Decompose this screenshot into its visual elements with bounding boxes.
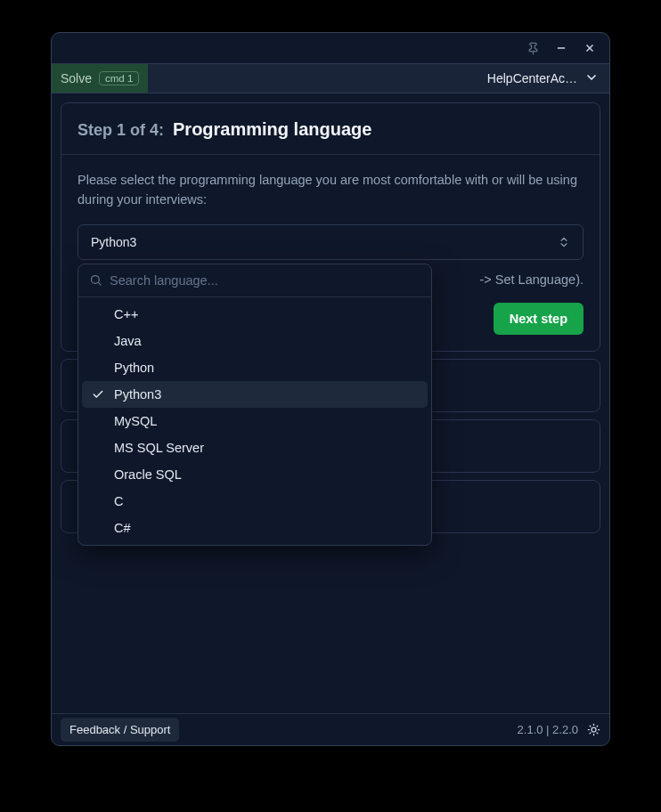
chevron-down-icon [584, 70, 599, 87]
main-content: Step 1 of 4: Programming language Please… [52, 93, 609, 713]
step-body: Please select the programming language y… [61, 155, 600, 351]
step-title: Programming language [173, 119, 371, 140]
step-header: Step 1 of 4: Programming language [61, 103, 600, 155]
language-select-wrap: Python3 C++JavaPythonPython3MySQLMS [78, 224, 583, 260]
language-option-label: MySQL [114, 414, 157, 428]
language-option-label: Oracle SQL [114, 467, 182, 482]
footer-right: 2.1.0 | 2.2.0 [518, 723, 600, 736]
svg-line-9 [597, 733, 598, 734]
language-option[interactable]: C# [82, 515, 428, 541]
language-option-label: C++ [114, 307, 138, 321]
chevron-up-down-icon [558, 236, 570, 248]
language-option[interactable]: MS SQL Server [82, 434, 428, 461]
footer: Feedback / Support 2.1.0 | 2.2.0 [52, 713, 609, 745]
language-selected-value: Python3 [91, 235, 136, 249]
language-option-label: Python3 [114, 387, 161, 402]
language-dropdown: C++JavaPythonPython3MySQLMS SQL ServerOr… [78, 264, 432, 546]
language-option[interactable]: MySQL [82, 408, 428, 434]
step-instructions: Please select the programming language y… [78, 171, 583, 210]
minimize-icon[interactable] [551, 37, 572, 59]
language-option[interactable]: Oracle SQL [82, 461, 428, 488]
language-option[interactable]: Python3 [82, 381, 428, 408]
language-option-label: MS SQL Server [114, 441, 204, 455]
svg-line-12 [590, 733, 591, 734]
svg-line-13 [597, 726, 598, 727]
language-select[interactable]: Python3 [78, 224, 583, 260]
help-dropdown[interactable]: HelpCenterAc… [477, 64, 609, 93]
step-number: Step 1 of 4: [78, 121, 164, 140]
next-step-button[interactable]: Next step [494, 303, 583, 335]
svg-line-4 [98, 282, 101, 285]
titlebar [52, 33, 609, 63]
check-icon [91, 388, 105, 401]
svg-point-5 [592, 727, 596, 732]
version-label: 2.1.0 | 2.2.0 [518, 723, 578, 736]
svg-line-8 [590, 726, 591, 727]
language-option[interactable]: Python [82, 354, 428, 381]
search-icon [89, 273, 102, 287]
theme-toggle-icon[interactable] [587, 723, 600, 736]
tab-solve-label: Solve [61, 71, 92, 85]
svg-point-3 [92, 276, 100, 284]
keycap-shortcut: cmd 1 [99, 71, 139, 85]
tab-solve[interactable]: Solve cmd 1 [52, 64, 148, 93]
language-option-label: Java [114, 334, 142, 348]
language-option[interactable]: C [82, 488, 428, 515]
pin-icon[interactable] [522, 37, 543, 59]
language-option-label: Python [114, 361, 154, 375]
language-option[interactable]: C++ [82, 301, 428, 328]
step-card: Step 1 of 4: Programming language Please… [61, 102, 600, 352]
search-input[interactable] [110, 273, 420, 288]
close-icon[interactable] [579, 37, 600, 59]
feedback-button[interactable]: Feedback / Support [61, 718, 179, 742]
language-option-label: C [114, 494, 123, 508]
app-window: Solve cmd 1 HelpCenterAc… Step 1 of 4: P… [51, 32, 610, 746]
language-option-label: C# [114, 521, 131, 535]
dropdown-options: C++JavaPythonPython3MySQLMS SQL ServerOr… [78, 297, 431, 545]
topbar: Solve cmd 1 HelpCenterAc… [52, 63, 609, 93]
dropdown-search-row [78, 264, 431, 297]
language-option[interactable]: Java [82, 328, 428, 354]
help-label: HelpCenterAc… [487, 71, 577, 85]
